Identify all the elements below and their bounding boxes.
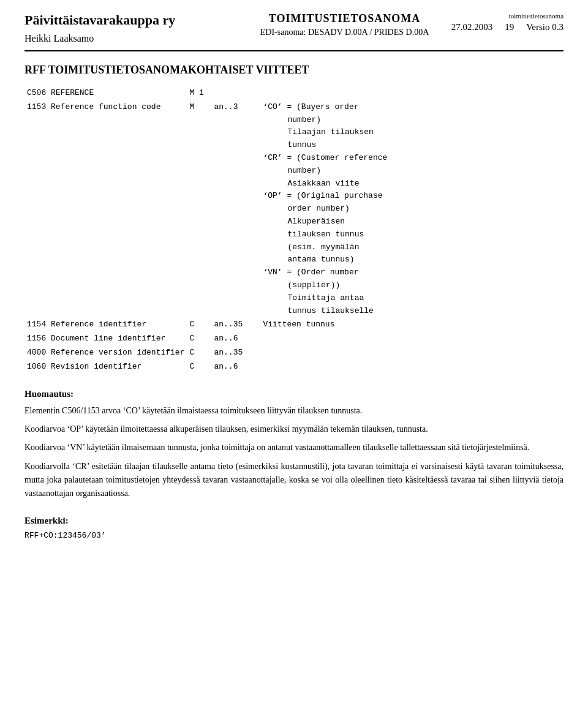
desc-op6: antama tunnus) <box>263 255 354 264</box>
date-text: 27.02.2003 <box>451 22 493 32</box>
desc-cr3: Asiakkaan viite <box>263 179 359 188</box>
table-row: 4000 Reference version identifier C an..… <box>24 346 564 360</box>
version-label: toimitustietosanoma <box>451 12 564 20</box>
table-row: 1060 Revision identifier C an..6 <box>24 360 564 374</box>
c506-value: M 1 <box>187 86 211 100</box>
desc-vn3: Toimittaja antaa <box>263 293 364 303</box>
page-number: 19 <box>505 22 514 32</box>
note-text-3: Koodiarvoa ‘VN’ käytetään ilmaisemaan tu… <box>24 441 564 454</box>
header-right: toimitustietosanoma 27.02.2003 19 Versio… <box>451 12 564 32</box>
row1-desc: ‘CO’ = (Buyers order number) Tilaajan ti… <box>260 100 564 318</box>
desc-co4: tunnus <box>263 140 316 149</box>
desc-co: ‘CO’ = (Buyers order <box>263 102 358 111</box>
row4-code: 4000 Reference version identifier <box>24 346 187 360</box>
header-divider <box>24 50 564 51</box>
row1-m: M <box>187 100 211 318</box>
header-center: TOIMITUSTIETOSANOMA EDI-sanoma: DESADV D… <box>238 12 451 37</box>
row3-m: C <box>187 332 211 346</box>
row2-code: 1154 Reference identifier <box>24 318 187 332</box>
desc-cr2: number) <box>263 166 321 175</box>
date-version-row: 27.02.2003 19 Versio 0.3 <box>451 22 564 32</box>
row3-code: 1156 Document line identifier <box>24 332 187 346</box>
row4-type: an..35 <box>211 346 260 360</box>
example-title: Esimerkki: <box>24 516 564 526</box>
row4-m: C <box>187 346 211 360</box>
desc-op4: tilauksen tunnus <box>263 230 364 239</box>
desc-vn2: (supplier)) <box>263 280 340 290</box>
row1-type: an..3 <box>211 100 260 318</box>
person-name: Heikki Laaksamo <box>24 33 238 44</box>
row5-desc <box>260 360 564 374</box>
c506-desc <box>260 86 564 100</box>
desc-op2: order number) <box>263 204 349 213</box>
desc-op5: (esim. myymälän <box>263 242 359 252</box>
header-left: Päivittäistavarakauppa ry Heikki Laaksam… <box>24 12 238 44</box>
doc-subtitle: EDI-sanoma: DESADV D.00A / PRIDES D.00A <box>238 28 451 37</box>
row5-code: 1060 Revision identifier <box>24 360 187 374</box>
row2-type: an..35 <box>211 318 260 332</box>
table-row: C506 REFERENCE M 1 <box>24 86 564 100</box>
desc-op: ‘OP’ = (Original purchase <box>263 191 382 200</box>
section-title: RFF TOIMITUSTIETOSANOMAKOHTAISET VIITTEE… <box>24 64 564 77</box>
desc-co2: number) <box>263 115 321 124</box>
row1-code: 1153 Reference function code <box>24 100 187 318</box>
c506-code: C506 REFERENCE <box>24 86 187 100</box>
note-text-4: Koodiarvolla ‘CR’ esitetään tilaajan til… <box>24 460 564 501</box>
desc-op3: Alkuperäisen <box>263 217 345 226</box>
row2-m: C <box>187 318 211 332</box>
desc-vn: ‘VN’ = (Order number <box>263 268 358 277</box>
row3-desc <box>260 332 564 346</box>
desc-vn4: tunnus tilaukselle <box>263 306 373 315</box>
table-row: 1153 Reference function code M an..3 ‘CO… <box>24 100 564 318</box>
table-row: 1156 Document line identifier C an..6 <box>24 332 564 346</box>
notes-title: Huomautus: <box>24 389 564 399</box>
desc-co3: Tilaajan tilauksen <box>263 127 373 137</box>
note-text-2: Koodiarvoa ‘OP’ käytetään ilmoitettaessa… <box>24 423 564 436</box>
note-text-1: Elementin C506/1153 arvoa ‘CO’ käytetään… <box>24 404 564 418</box>
row5-m: C <box>187 360 211 374</box>
page-header: Päivittäistavarakauppa ry Heikki Laaksam… <box>24 12 564 44</box>
row4-desc <box>260 346 564 360</box>
table-row: 1154 Reference identifier C an..35 Viitt… <box>24 318 564 332</box>
notes-section: Huomautus: Elementin C506/1153 arvoa ‘CO… <box>24 389 564 501</box>
row3-type: an..6 <box>211 332 260 346</box>
row2-desc: Viitteen tunnus <box>260 318 564 332</box>
example-code: RFF+CO:123456/03’ <box>24 531 564 540</box>
doc-title: TOIMITUSTIETOSANOMA <box>238 12 451 25</box>
code-block: C506 REFERENCE M 1 1153 Reference functi… <box>24 86 564 374</box>
c506-type <box>211 86 260 100</box>
example-section: Esimerkki: RFF+CO:123456/03’ <box>24 516 564 540</box>
row5-type: an..6 <box>211 360 260 374</box>
version-text: Versio 0.3 <box>526 22 564 32</box>
reference-table: C506 REFERENCE M 1 1153 Reference functi… <box>24 86 564 374</box>
org-name: Päivittäistavarakauppa ry <box>24 12 238 28</box>
desc-cr: ‘CR’ = (Customer reference <box>263 153 387 162</box>
